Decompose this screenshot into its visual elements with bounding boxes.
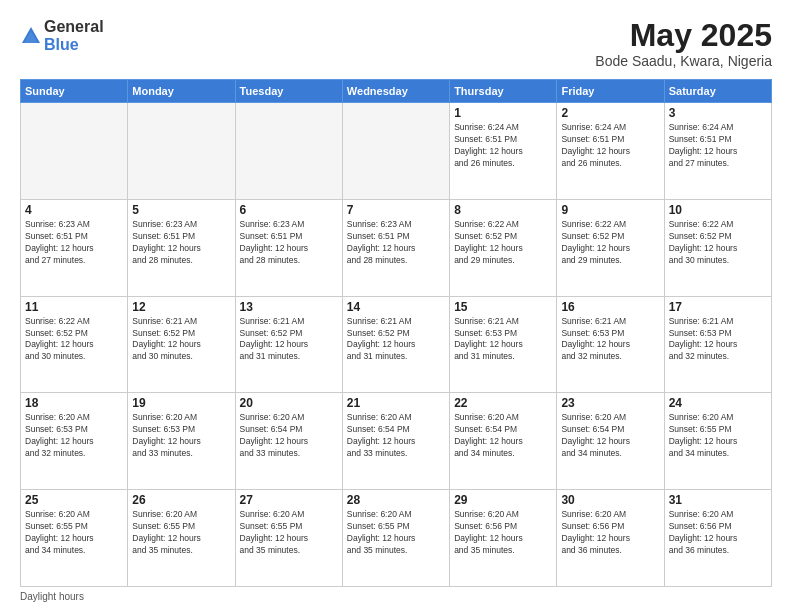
day-number: 2	[561, 106, 659, 120]
weekday-header-friday: Friday	[557, 80, 664, 103]
day-number: 29	[454, 493, 552, 507]
day-info: Sunrise: 6:21 AM Sunset: 6:53 PM Dayligh…	[454, 316, 552, 364]
day-number: 17	[669, 300, 767, 314]
day-info: Sunrise: 6:20 AM Sunset: 6:55 PM Dayligh…	[240, 509, 338, 557]
day-info: Sunrise: 6:20 AM Sunset: 6:55 PM Dayligh…	[132, 509, 230, 557]
day-number: 27	[240, 493, 338, 507]
calendar-cell	[235, 103, 342, 200]
day-info: Sunrise: 6:20 AM Sunset: 6:55 PM Dayligh…	[347, 509, 445, 557]
day-number: 7	[347, 203, 445, 217]
day-info: Sunrise: 6:24 AM Sunset: 6:51 PM Dayligh…	[669, 122, 767, 170]
calendar-cell: 28Sunrise: 6:20 AM Sunset: 6:55 PM Dayli…	[342, 490, 449, 587]
day-info: Sunrise: 6:23 AM Sunset: 6:51 PM Dayligh…	[240, 219, 338, 267]
calendar-week-4: 18Sunrise: 6:20 AM Sunset: 6:53 PM Dayli…	[21, 393, 772, 490]
day-number: 4	[25, 203, 123, 217]
logo-general: General	[44, 18, 104, 36]
calendar-cell: 27Sunrise: 6:20 AM Sunset: 6:55 PM Dayli…	[235, 490, 342, 587]
day-info: Sunrise: 6:20 AM Sunset: 6:53 PM Dayligh…	[132, 412, 230, 460]
calendar-week-3: 11Sunrise: 6:22 AM Sunset: 6:52 PM Dayli…	[21, 296, 772, 393]
calendar-cell: 15Sunrise: 6:21 AM Sunset: 6:53 PM Dayli…	[450, 296, 557, 393]
day-info: Sunrise: 6:20 AM Sunset: 6:55 PM Dayligh…	[25, 509, 123, 557]
calendar-cell: 18Sunrise: 6:20 AM Sunset: 6:53 PM Dayli…	[21, 393, 128, 490]
calendar-cell: 11Sunrise: 6:22 AM Sunset: 6:52 PM Dayli…	[21, 296, 128, 393]
day-number: 10	[669, 203, 767, 217]
calendar-week-1: 1Sunrise: 6:24 AM Sunset: 6:51 PM Daylig…	[21, 103, 772, 200]
day-number: 1	[454, 106, 552, 120]
page: General Blue May 2025 Bode Saadu, Kwara,…	[0, 0, 792, 612]
calendar-cell: 30Sunrise: 6:20 AM Sunset: 6:56 PM Dayli…	[557, 490, 664, 587]
logo-icon	[20, 25, 42, 47]
weekday-header-sunday: Sunday	[21, 80, 128, 103]
calendar-cell	[342, 103, 449, 200]
location: Bode Saadu, Kwara, Nigeria	[595, 53, 772, 69]
day-info: Sunrise: 6:20 AM Sunset: 6:56 PM Dayligh…	[669, 509, 767, 557]
weekday-header-row: SundayMondayTuesdayWednesdayThursdayFrid…	[21, 80, 772, 103]
calendar-week-2: 4Sunrise: 6:23 AM Sunset: 6:51 PM Daylig…	[21, 199, 772, 296]
day-info: Sunrise: 6:22 AM Sunset: 6:52 PM Dayligh…	[669, 219, 767, 267]
day-number: 9	[561, 203, 659, 217]
calendar-cell: 22Sunrise: 6:20 AM Sunset: 6:54 PM Dayli…	[450, 393, 557, 490]
day-number: 15	[454, 300, 552, 314]
calendar-cell: 17Sunrise: 6:21 AM Sunset: 6:53 PM Dayli…	[664, 296, 771, 393]
day-number: 8	[454, 203, 552, 217]
day-number: 24	[669, 396, 767, 410]
weekday-header-monday: Monday	[128, 80, 235, 103]
day-number: 19	[132, 396, 230, 410]
day-number: 21	[347, 396, 445, 410]
calendar-cell: 14Sunrise: 6:21 AM Sunset: 6:52 PM Dayli…	[342, 296, 449, 393]
day-info: Sunrise: 6:20 AM Sunset: 6:54 PM Dayligh…	[454, 412, 552, 460]
month-title: May 2025	[595, 18, 772, 53]
day-number: 6	[240, 203, 338, 217]
calendar-cell: 20Sunrise: 6:20 AM Sunset: 6:54 PM Dayli…	[235, 393, 342, 490]
day-info: Sunrise: 6:20 AM Sunset: 6:56 PM Dayligh…	[454, 509, 552, 557]
day-number: 5	[132, 203, 230, 217]
header: General Blue May 2025 Bode Saadu, Kwara,…	[20, 18, 772, 69]
calendar-cell: 19Sunrise: 6:20 AM Sunset: 6:53 PM Dayli…	[128, 393, 235, 490]
day-info: Sunrise: 6:21 AM Sunset: 6:53 PM Dayligh…	[561, 316, 659, 364]
calendar-cell: 10Sunrise: 6:22 AM Sunset: 6:52 PM Dayli…	[664, 199, 771, 296]
calendar-cell: 4Sunrise: 6:23 AM Sunset: 6:51 PM Daylig…	[21, 199, 128, 296]
day-info: Sunrise: 6:20 AM Sunset: 6:54 PM Dayligh…	[240, 412, 338, 460]
day-info: Sunrise: 6:22 AM Sunset: 6:52 PM Dayligh…	[561, 219, 659, 267]
weekday-header-saturday: Saturday	[664, 80, 771, 103]
day-info: Sunrise: 6:21 AM Sunset: 6:52 PM Dayligh…	[240, 316, 338, 364]
weekday-header-tuesday: Tuesday	[235, 80, 342, 103]
calendar-cell: 8Sunrise: 6:22 AM Sunset: 6:52 PM Daylig…	[450, 199, 557, 296]
calendar-cell: 9Sunrise: 6:22 AM Sunset: 6:52 PM Daylig…	[557, 199, 664, 296]
calendar-cell: 5Sunrise: 6:23 AM Sunset: 6:51 PM Daylig…	[128, 199, 235, 296]
calendar-cell: 29Sunrise: 6:20 AM Sunset: 6:56 PM Dayli…	[450, 490, 557, 587]
calendar-cell: 24Sunrise: 6:20 AM Sunset: 6:55 PM Dayli…	[664, 393, 771, 490]
calendar-cell: 23Sunrise: 6:20 AM Sunset: 6:54 PM Dayli…	[557, 393, 664, 490]
day-number: 18	[25, 396, 123, 410]
day-number: 16	[561, 300, 659, 314]
calendar-cell: 26Sunrise: 6:20 AM Sunset: 6:55 PM Dayli…	[128, 490, 235, 587]
calendar-cell: 13Sunrise: 6:21 AM Sunset: 6:52 PM Dayli…	[235, 296, 342, 393]
logo-text: General Blue	[44, 18, 104, 53]
calendar-week-5: 25Sunrise: 6:20 AM Sunset: 6:55 PM Dayli…	[21, 490, 772, 587]
calendar-cell: 16Sunrise: 6:21 AM Sunset: 6:53 PM Dayli…	[557, 296, 664, 393]
day-number: 11	[25, 300, 123, 314]
calendar-cell: 6Sunrise: 6:23 AM Sunset: 6:51 PM Daylig…	[235, 199, 342, 296]
day-info: Sunrise: 6:24 AM Sunset: 6:51 PM Dayligh…	[561, 122, 659, 170]
calendar-cell: 2Sunrise: 6:24 AM Sunset: 6:51 PM Daylig…	[557, 103, 664, 200]
day-info: Sunrise: 6:22 AM Sunset: 6:52 PM Dayligh…	[454, 219, 552, 267]
logo: General Blue	[20, 18, 104, 53]
day-number: 14	[347, 300, 445, 314]
logo-blue: Blue	[44, 36, 104, 54]
day-info: Sunrise: 6:20 AM Sunset: 6:56 PM Dayligh…	[561, 509, 659, 557]
calendar-cell: 21Sunrise: 6:20 AM Sunset: 6:54 PM Dayli…	[342, 393, 449, 490]
day-number: 13	[240, 300, 338, 314]
day-number: 23	[561, 396, 659, 410]
calendar-cell	[21, 103, 128, 200]
daylight-label: Daylight hours	[20, 591, 84, 602]
day-number: 26	[132, 493, 230, 507]
weekday-header-thursday: Thursday	[450, 80, 557, 103]
day-info: Sunrise: 6:23 AM Sunset: 6:51 PM Dayligh…	[25, 219, 123, 267]
day-number: 12	[132, 300, 230, 314]
day-number: 3	[669, 106, 767, 120]
day-info: Sunrise: 6:23 AM Sunset: 6:51 PM Dayligh…	[347, 219, 445, 267]
calendar-table: SundayMondayTuesdayWednesdayThursdayFrid…	[20, 79, 772, 587]
day-info: Sunrise: 6:23 AM Sunset: 6:51 PM Dayligh…	[132, 219, 230, 267]
day-info: Sunrise: 6:22 AM Sunset: 6:52 PM Dayligh…	[25, 316, 123, 364]
day-info: Sunrise: 6:20 AM Sunset: 6:54 PM Dayligh…	[347, 412, 445, 460]
